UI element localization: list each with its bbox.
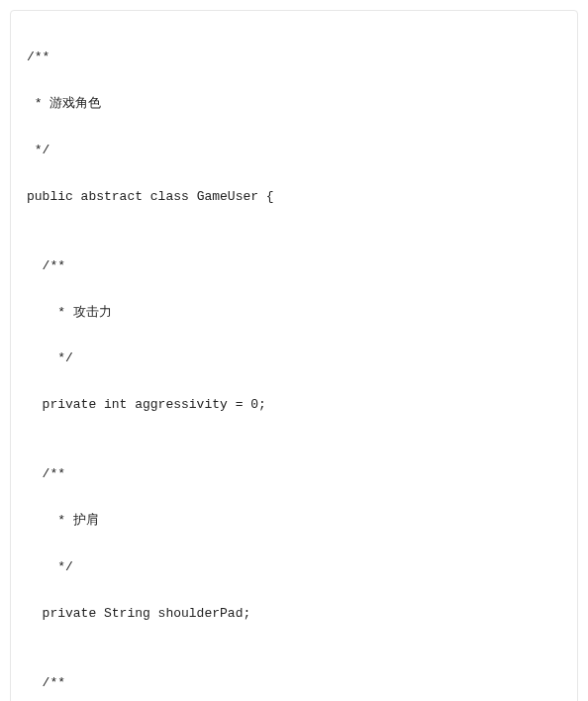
code-line: */	[27, 347, 561, 369]
code-line: /**	[27, 254, 561, 277]
code-line: /**	[27, 462, 561, 485]
code-line: */	[27, 555, 561, 578]
code-line: * 攻击力	[27, 301, 561, 324]
code-line: * 护肩	[27, 509, 561, 532]
code-line: * 游戏角色	[27, 92, 561, 115]
code-line: public abstract class GameUser {	[27, 185, 561, 208]
code-line: private int aggressivity = 0;	[27, 393, 561, 416]
code-line: /**	[27, 46, 561, 68]
code-line: private String shoulderPad;	[27, 602, 561, 625]
code-line: */	[27, 139, 561, 161]
code-line: /**	[27, 671, 561, 694]
code-block: /** * 游戏角色 */ public abstract class Game…	[10, 10, 578, 701]
